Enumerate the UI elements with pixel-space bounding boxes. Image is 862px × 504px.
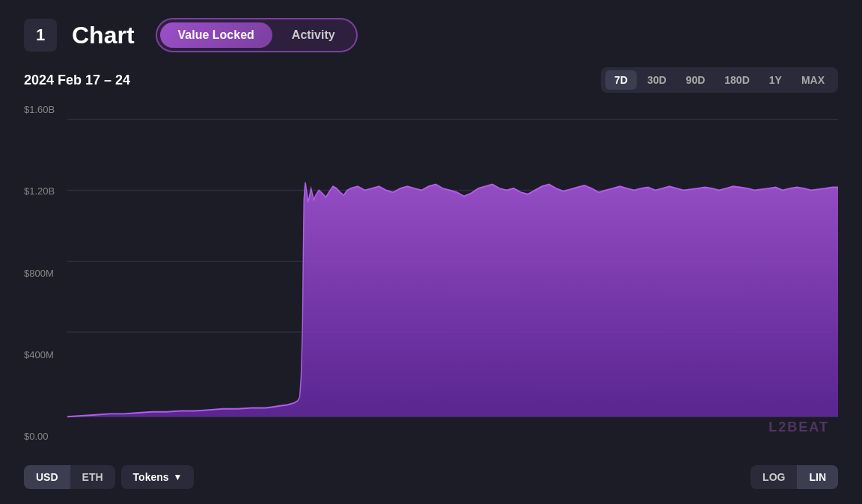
unit-group: USD ETH bbox=[24, 465, 115, 489]
bottom-right-controls: LOG LIN bbox=[751, 465, 838, 489]
y-label-0: $0.00 bbox=[24, 431, 55, 441]
controls-row: 2024 Feb 17 – 24 7D 30D 90D 180D 1Y MAX bbox=[24, 67, 838, 93]
time-btn-1y[interactable]: 1Y bbox=[760, 70, 791, 90]
header-row: 1 Chart Value Locked Activity bbox=[24, 18, 838, 52]
time-btn-90d[interactable]: 90D bbox=[677, 70, 715, 90]
time-btn-180d[interactable]: 180D bbox=[715, 70, 758, 90]
tab-value-locked[interactable]: Value Locked bbox=[160, 22, 272, 48]
time-btn-max[interactable]: MAX bbox=[792, 70, 834, 90]
watermark: L2BEAT bbox=[768, 420, 829, 435]
tab-activity[interactable]: Activity bbox=[274, 22, 353, 48]
tokens-button[interactable]: Tokens ▼ bbox=[121, 465, 195, 489]
y-label-400m: $400M bbox=[24, 350, 55, 360]
y-label-800m: $800M bbox=[24, 268, 55, 278]
scale-btn-lin[interactable]: LIN bbox=[797, 465, 838, 489]
chevron-down-icon: ▼ bbox=[174, 472, 183, 482]
time-btn-30d[interactable]: 30D bbox=[638, 70, 676, 90]
y-label-160b: $1.60B bbox=[24, 105, 55, 114]
date-range: 2024 Feb 17 – 24 bbox=[24, 73, 130, 88]
bottom-left-controls: USD ETH Tokens ▼ bbox=[24, 465, 194, 489]
time-range-group: 7D 30D 90D 180D 1Y MAX bbox=[601, 67, 838, 93]
chart-badge: 1 bbox=[24, 19, 57, 52]
scale-group: LOG LIN bbox=[751, 465, 838, 489]
y-label-120b: $1.20B bbox=[24, 186, 55, 196]
unit-btn-eth[interactable]: ETH bbox=[70, 465, 115, 489]
bottom-row: USD ETH Tokens ▼ LOG LIN bbox=[24, 465, 838, 489]
unit-btn-usd[interactable]: USD bbox=[24, 465, 70, 489]
y-axis-labels: $1.60B $1.20B $800M $400M $0.00 bbox=[24, 102, 55, 456]
time-btn-7d[interactable]: 7D bbox=[605, 70, 637, 90]
chart-svg bbox=[24, 102, 838, 456]
tokens-label: Tokens bbox=[133, 471, 169, 483]
chart-area: $1.60B $1.20B $800M $400M $0.00 bbox=[24, 102, 838, 456]
scale-btn-log[interactable]: LOG bbox=[751, 465, 797, 489]
chart-svg-wrapper: $1.60B $1.20B $800M $400M $0.00 bbox=[24, 102, 838, 456]
main-container: 1 Chart Value Locked Activity 2024 Feb 1… bbox=[0, 0, 862, 504]
chart-title: Chart bbox=[72, 22, 135, 49]
tab-group: Value Locked Activity bbox=[156, 18, 358, 52]
